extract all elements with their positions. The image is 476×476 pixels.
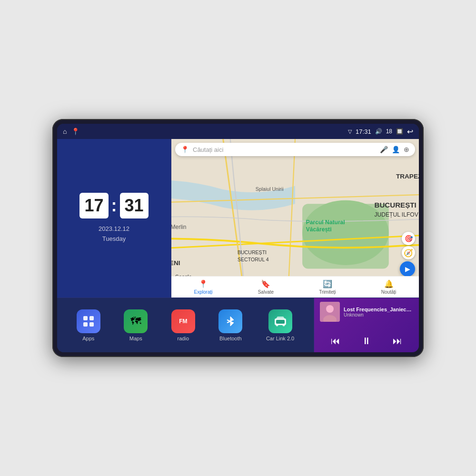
clock-widget: 17 : 31 2023.12.12 Tuesday xyxy=(57,139,171,298)
svg-text:TRAPEZULUI: TRAPEZULUI xyxy=(396,173,419,180)
map-search-placeholder[interactable]: Căutați aici xyxy=(193,146,376,153)
clock-colon: : xyxy=(111,196,117,216)
svg-text:Splaiul Unirii: Splaiul Unirii xyxy=(256,186,284,192)
svg-rect-18 xyxy=(83,316,88,320)
top-row: 17 : 31 2023.12.12 Tuesday xyxy=(57,139,419,298)
send-icon: 🔄 xyxy=(323,279,332,288)
carlink-app-icon xyxy=(268,309,292,333)
clock-date: 2023.12.12 Tuesday xyxy=(99,224,129,244)
maps-icon[interactable]: 📍 xyxy=(71,128,79,135)
map-compass-button[interactable]: 🧭 xyxy=(402,246,415,259)
map-svg: TRAPEZULUI BUCUREȘTI JUDEȚUL ILFOV BERCE… xyxy=(171,139,419,298)
map-bottom-nav: 📍 Explorați 🔖 Salvate 🔄 Trimiteți � xyxy=(171,276,419,298)
account-icon[interactable]: 👤 xyxy=(392,146,400,153)
music-thumbnail xyxy=(320,302,340,322)
saved-label: Salvate xyxy=(258,289,274,295)
clock-minutes: 31 xyxy=(120,193,149,218)
bluetooth-app-icon xyxy=(218,309,242,333)
music-controls: ⏮ ⏸ ⏭ xyxy=(320,334,413,348)
map-nav-explore[interactable]: 📍 Explorați xyxy=(194,279,213,295)
app-item-radio[interactable]: FM radio xyxy=(171,309,195,341)
map-nav-send[interactable]: 🔄 Trimiteți xyxy=(319,279,336,295)
map-widget[interactable]: TRAPEZULUI BUCUREȘTI JUDEȚUL ILFOV BERCE… xyxy=(171,139,419,298)
app-item-bluetooth[interactable]: Bluetooth xyxy=(218,309,242,341)
svg-text:BUCUREȘTI: BUCUREȘTI xyxy=(238,249,267,255)
svg-text:BUCUREȘTI: BUCUREȘTI xyxy=(375,201,416,209)
svg-rect-19 xyxy=(89,316,94,320)
bluetooth-label: Bluetooth xyxy=(219,336,241,341)
clock-hours: 17 xyxy=(79,193,108,218)
map-nav-news[interactable]: 🔔 Noutăți xyxy=(381,279,397,295)
map-search-bar[interactable]: 📍 Căutați aici 🎤 👤 ⊕ xyxy=(175,143,415,156)
layers-icon[interactable]: ⊕ xyxy=(404,146,409,153)
music-title: Lost Frequencies_Janieck Devy-... xyxy=(344,307,413,312)
saved-icon: 🔖 xyxy=(261,279,270,288)
map-start-button[interactable]: ▶ xyxy=(400,261,415,277)
status-left-icons: ⌂ 📍 xyxy=(63,128,79,135)
radio-app-icon: FM xyxy=(171,309,195,333)
status-bar: ⌂ 📍 ▽ 17:31 🔊 18 🔲 ↩ xyxy=(57,124,419,139)
news-icon: 🔔 xyxy=(384,279,394,288)
svg-point-26 xyxy=(276,324,278,326)
music-prev-button[interactable]: ⏮ xyxy=(327,334,344,348)
status-time: 17:31 xyxy=(356,128,371,135)
battery-icon: 🔲 xyxy=(396,128,403,135)
app-item-apps[interactable]: Apps xyxy=(77,309,100,341)
radio-label: radio xyxy=(178,336,189,341)
map-locate-button[interactable]: 🎯 xyxy=(402,232,415,245)
music-info: Lost Frequencies_Janieck Devy-... Unknow… xyxy=(320,302,413,322)
map-pin-icon: 📍 xyxy=(181,146,189,153)
svg-text:Văcărești: Văcărești xyxy=(306,226,332,233)
music-next-button[interactable]: ⏭ xyxy=(389,334,406,348)
device-screen: ⌂ 📍 ▽ 17:31 🔊 18 🔲 ↩ 17 : xyxy=(57,124,419,352)
music-player: Lost Frequencies_Janieck Devy-... Unknow… xyxy=(314,298,419,352)
bottom-row: Apps 🗺 Maps FM radio xyxy=(57,298,419,352)
car-display-device: ⌂ 📍 ▽ 17:31 🔊 18 🔲 ↩ 17 : xyxy=(52,119,424,357)
maps-app-icon: 🗺 xyxy=(124,309,148,333)
volume-icon: 🔊 xyxy=(375,128,382,135)
news-label: Noutăți xyxy=(381,289,397,295)
app-item-maps[interactable]: 🗺 Maps xyxy=(124,309,148,341)
music-text: Lost Frequencies_Janieck Devy-... Unknow… xyxy=(344,307,413,317)
music-play-button[interactable]: ⏸ xyxy=(358,334,375,348)
microphone-icon[interactable]: 🎤 xyxy=(380,146,388,153)
clock-display: 17 : 31 xyxy=(79,193,148,218)
apps-label: Apps xyxy=(82,336,94,341)
main-content: 17 : 31 2023.12.12 Tuesday xyxy=(57,139,419,352)
back-icon[interactable]: ↩ xyxy=(407,127,413,136)
svg-rect-20 xyxy=(83,322,88,327)
maps-label: Maps xyxy=(129,336,142,341)
explore-label: Explorați xyxy=(194,289,213,295)
svg-rect-21 xyxy=(89,322,94,327)
signal-icon: ▽ xyxy=(348,129,352,135)
status-right-info: ▽ 17:31 🔊 18 🔲 ↩ xyxy=(348,127,413,136)
map-nav-saved[interactable]: 🔖 Salvate xyxy=(258,279,274,295)
home-icon[interactable]: ⌂ xyxy=(63,128,67,135)
svg-text:BERCENI: BERCENI xyxy=(171,259,180,267)
svg-rect-25 xyxy=(276,320,285,324)
explore-icon: 📍 xyxy=(198,279,208,288)
svg-text:JUDEȚUL ILFOV: JUDEȚUL ILFOV xyxy=(375,211,419,218)
battery-level: 18 xyxy=(386,128,392,135)
svg-line-23 xyxy=(227,320,230,321)
send-label: Trimiteți xyxy=(319,289,336,295)
app-launcher: Apps 🗺 Maps FM radio xyxy=(57,298,314,352)
svg-text:Parcul Natural: Parcul Natural xyxy=(306,219,345,226)
music-artist: Unknown xyxy=(344,312,413,317)
carlink-label: Car Link 2.0 xyxy=(266,336,294,341)
svg-point-29 xyxy=(326,305,334,313)
svg-text:Leroy Merlin: Leroy Merlin xyxy=(171,224,186,230)
svg-text:SECTORUL 4: SECTORUL 4 xyxy=(238,257,269,262)
apps-icon xyxy=(77,309,100,333)
app-item-carlink[interactable]: Car Link 2.0 xyxy=(266,309,294,341)
map-search-actions: 🎤 👤 ⊕ xyxy=(380,146,409,153)
svg-point-27 xyxy=(282,324,285,326)
